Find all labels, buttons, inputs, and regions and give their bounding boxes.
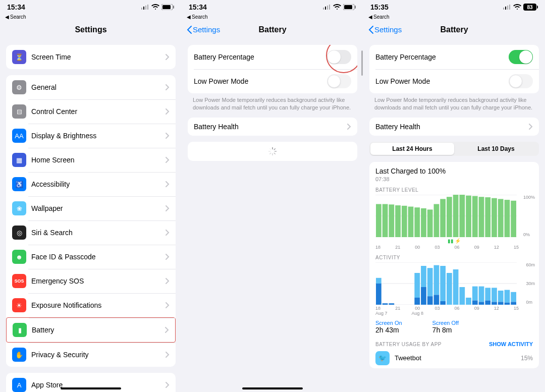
battery-percentage-label: Battery Percentage [375,53,509,61]
svg-rect-66 [414,273,420,298]
settings-row-face-id[interactable]: ☻Face ID & Passcode [6,245,176,269]
battery-loading-group [188,142,357,161]
svg-rect-1 [143,7,144,10]
signal-icon [141,5,149,10]
settings-row-home-screen[interactable]: ▦Home Screen [6,148,176,172]
control-center-icon: ⊟ [12,104,26,119]
low-power-mode-toggle[interactable] [509,74,533,88]
nav-back[interactable]: Settings [368,21,402,39]
seg-last-10d[interactable]: Last 10 Days [454,143,538,155]
time-range-segment[interactable]: Last 24 Hours Last 10 Days [369,142,539,156]
row-label: Privacy & Security [31,351,166,359]
svg-rect-82 [466,298,471,305]
activity-label: ACTIVITY [375,255,533,260]
home-indicator[interactable] [61,387,121,389]
back-to-search[interactable]: ◀ Search [363,14,545,21]
battery-health-row[interactable]: Battery Health [369,118,539,136]
page-title: Settings [0,21,182,39]
loading-row [188,142,357,161]
battery-level-chart: 100%0% [375,195,533,237]
battery-percentage-row: Battery Percentage [188,45,357,69]
settings-row-siri-search[interactable]: ◎Siri & Search [6,220,176,245]
app-usage-row[interactable]: 🐦Tweetbot15% [375,347,533,365]
show-activity-button[interactable]: SHOW ACTIVITY [489,341,533,347]
app-name: Tweetbot [395,354,521,362]
chevron-right-icon [165,327,169,333]
svg-rect-32 [395,205,401,237]
svg-line-19 [270,153,271,154]
svg-rect-87 [479,302,484,305]
svg-rect-6 [173,6,174,9]
chevron-right-icon [166,133,170,139]
battery-percentage-toggle[interactable] [509,50,533,64]
row-label: Exposure Notifications [31,301,166,309]
low-power-mode-row: Low Power Mode [369,69,539,93]
settings-row-battery[interactable]: ▮Battery [6,317,176,343]
chevron-right-icon [166,181,170,187]
activity-dates: Aug 7Aug 8 [375,311,533,316]
back-to-search[interactable]: ◀ Search [0,14,182,21]
last-charged-time: 07:38 [375,176,533,182]
settings-row-screen-time[interactable]: ⏳Screen Time [6,45,176,69]
svg-rect-8 [325,7,326,10]
settings-row-general[interactable]: ⚙General [6,75,176,99]
settings-row-wallpaper[interactable]: ❀Wallpaper [6,196,176,220]
chevron-right-icon [166,302,170,308]
app-pct: 15% [521,355,533,362]
settings-row-emergency-sos[interactable]: SOSEmergency SOS [6,269,176,293]
screen-time-icon: ⏳ [12,50,26,64]
svg-rect-12 [344,5,352,9]
settings-row-privacy-security[interactable]: ✋Privacy & Security [6,343,176,367]
svg-rect-48 [498,199,504,237]
siri-search-icon: ◎ [12,226,26,240]
chevron-left-icon [187,26,192,34]
display-brightness-icon: AA [12,129,26,143]
svg-rect-89 [485,300,490,304]
back-to-search[interactable]: ◀ Search [182,14,363,21]
chevron-right-icon [166,54,170,60]
scroll-indicator[interactable] [361,50,363,76]
svg-rect-30 [383,204,388,237]
battery-health-row[interactable]: Battery Health [188,118,357,136]
svg-rect-84 [472,286,478,300]
home-indicator[interactable] [242,387,303,389]
svg-rect-72 [434,265,440,295]
svg-rect-5 [162,5,171,9]
svg-rect-91 [492,302,497,305]
emergency-sos-icon: SOS [12,274,26,288]
settings-row-exposure-notifications[interactable]: ☀Exposure Notifications [6,293,176,317]
status-icons [141,4,175,10]
svg-rect-29 [376,204,382,237]
svg-rect-43 [466,195,471,237]
svg-rect-59 [389,303,394,305]
svg-rect-73 [434,295,440,305]
status-bar: 15:34 [182,0,363,14]
svg-rect-39 [440,199,446,237]
svg-rect-67 [414,298,420,305]
svg-rect-93 [498,302,504,305]
exposure-notifications-icon: ☀ [12,298,26,312]
svg-rect-44 [472,196,478,237]
seg-last-24h[interactable]: Last 24 Hours [370,143,454,155]
settings-row-accessibility[interactable]: ♿Accessibility [6,172,176,196]
battery-percentage-toggle[interactable] [327,50,351,64]
svg-rect-69 [421,287,426,305]
battery-health-group: Battery Health [188,118,357,136]
low-power-note: Low Power Mode temporarily reduces backg… [182,93,363,111]
row-label: Wallpaper [31,204,166,212]
svg-rect-85 [472,300,478,304]
home-screen-icon: ▦ [12,153,26,167]
chevron-right-icon [166,84,170,90]
svg-rect-55 [376,284,382,305]
battery-toggle-group: Battery PercentageLow Power Mode [369,45,539,93]
svg-rect-25 [509,5,510,10]
settings-row-display-brightness[interactable]: AADisplay & Brightness [6,124,176,148]
nav-back[interactable]: Settings [187,21,220,39]
row-label: General [31,83,166,91]
settings-row-control-center[interactable]: ⊟Control Center [6,99,176,124]
status-bar: 15:34 [0,0,182,14]
activity-chart: 60m30m0m [375,262,533,305]
svg-rect-7 [323,8,324,10]
low-power-mode-toggle[interactable] [327,74,351,88]
battery-icon [161,4,175,10]
